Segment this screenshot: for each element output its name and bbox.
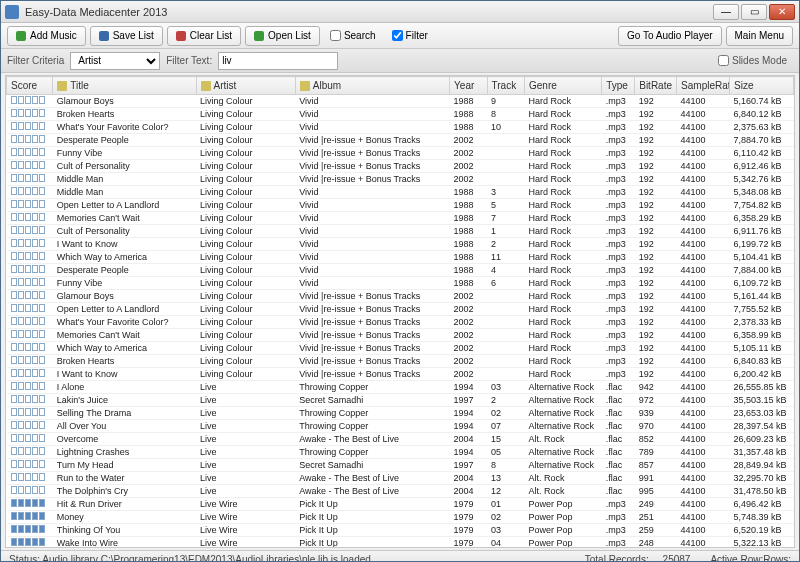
save-list-button[interactable]: Save List xyxy=(90,26,163,46)
filter-checkbox[interactable]: Filter xyxy=(392,30,428,41)
table-row[interactable]: Desperate PeopleLiving ColourVivid |re-i… xyxy=(7,134,794,147)
table-row[interactable]: Cult of PersonalityLiving ColourVivid198… xyxy=(7,225,794,238)
col-bitrate[interactable]: BitRate xyxy=(635,77,677,95)
col-artist[interactable]: Artist xyxy=(196,77,295,95)
filter-text-label: Filter Text: xyxy=(166,55,212,66)
add-music-button[interactable]: Add Music xyxy=(7,26,86,46)
col-year[interactable]: Year xyxy=(450,77,487,95)
table-row[interactable]: Lakin's JuiceLiveSecret Samadhi19972Alte… xyxy=(7,394,794,407)
table-row[interactable]: Hit & Run DriverLive WirePick It Up19790… xyxy=(7,498,794,511)
table-row[interactable]: I Want to KnowLiving ColourVivid19882Har… xyxy=(7,238,794,251)
table-row[interactable]: Lightning CrashesLiveThrowing Copper1994… xyxy=(7,446,794,459)
filter-text-input[interactable] xyxy=(218,52,338,70)
table-row[interactable]: I Want to KnowLiving ColourVivid |re-iss… xyxy=(7,368,794,381)
table-row[interactable]: The Dolphin's CryLiveAwake - The Best of… xyxy=(7,485,794,498)
close-button[interactable]: ✕ xyxy=(769,4,795,20)
goto-audio-player-button[interactable]: Go To Audio Player xyxy=(618,26,721,46)
app-icon xyxy=(5,5,19,19)
table-row[interactable]: Funny VibeLiving ColourVivid |re-issue +… xyxy=(7,147,794,160)
filter-criteria-select[interactable]: Artist xyxy=(70,52,160,70)
table-row[interactable]: Glamour BoysLiving ColourVivid19889Hard … xyxy=(7,95,794,108)
main-menu-button[interactable]: Main Menu xyxy=(726,26,793,46)
table-row[interactable]: Run to the WaterLiveAwake - The Best of … xyxy=(7,472,794,485)
filter-bar: Filter Criteria Artist Filter Text: Slid… xyxy=(1,49,799,73)
col-genre[interactable]: Genre xyxy=(525,77,602,95)
filter-criteria-label: Filter Criteria xyxy=(7,55,64,66)
status-bar: Status: Audio library C:\Programering13\… xyxy=(1,550,799,562)
table-row[interactable]: Selling The DramaLiveThrowing Copper1994… xyxy=(7,407,794,420)
table-row[interactable]: Middle ManLiving ColourVivid |re-issue +… xyxy=(7,173,794,186)
toolbar: Add Music Save List Clear List Open List… xyxy=(1,23,799,49)
open-icon xyxy=(254,31,264,41)
clear-list-button[interactable]: Clear List xyxy=(167,26,241,46)
table-row[interactable]: Open Letter to A LandlordLiving ColourVi… xyxy=(7,199,794,212)
data-grid[interactable]: ScoreTitleArtistAlbumYearTrackGenreTypeB… xyxy=(5,75,795,548)
table-row[interactable]: All Over YouLiveThrowing Copper199407Alt… xyxy=(7,420,794,433)
col-samplerate[interactable]: SampleRate xyxy=(677,77,730,95)
col-type[interactable]: Type xyxy=(602,77,635,95)
maximize-button[interactable]: ▭ xyxy=(741,4,767,20)
minimize-button[interactable]: — xyxy=(713,4,739,20)
open-list-button[interactable]: Open List xyxy=(245,26,320,46)
col-title[interactable]: Title xyxy=(53,77,196,95)
col-score[interactable]: Score xyxy=(7,77,53,95)
table-row[interactable]: Which Way to AmericaLiving ColourVivid |… xyxy=(7,342,794,355)
search-checkbox[interactable]: Search xyxy=(330,30,376,41)
table-row[interactable]: Memories Can't WaitLiving ColourVivid |r… xyxy=(7,329,794,342)
plus-icon xyxy=(16,31,26,41)
col-album[interactable]: Album xyxy=(295,77,449,95)
save-icon xyxy=(99,31,109,41)
table-row[interactable]: Turn My HeadLiveSecret Samadhi19978Alter… xyxy=(7,459,794,472)
table-row[interactable]: Desperate PeopleLiving ColourVivid19884H… xyxy=(7,264,794,277)
table-row[interactable]: Funny VibeLiving ColourVivid19886Hard Ro… xyxy=(7,277,794,290)
table-row[interactable]: MoneyLive WirePick It Up197902Power Pop.… xyxy=(7,511,794,524)
slides-mode-checkbox[interactable]: Slides Mode xyxy=(718,55,787,66)
table-row[interactable]: What's Your Favorite Color?Living Colour… xyxy=(7,121,794,134)
table-row[interactable]: Middle ManLiving ColourVivid19883Hard Ro… xyxy=(7,186,794,199)
table-row[interactable]: What's Your Favorite Color?Living Colour… xyxy=(7,316,794,329)
titlebar: Easy-Data Mediacenter 2013 — ▭ ✕ xyxy=(1,1,799,23)
table-row[interactable]: Cult of PersonalityLiving ColourVivid |r… xyxy=(7,160,794,173)
table-row[interactable]: Glamour BoysLiving ColourVivid |re-issue… xyxy=(7,290,794,303)
col-track[interactable]: Track xyxy=(487,77,524,95)
table-row[interactable]: I AloneLiveThrowing Copper199403Alternat… xyxy=(7,381,794,394)
status-text: Status: Audio library C:\Programering13\… xyxy=(9,554,371,563)
table-row[interactable]: Thinking Of YouLive WirePick It Up197903… xyxy=(7,524,794,537)
table-row[interactable]: OvercomeLiveAwake - The Best of Live2004… xyxy=(7,433,794,446)
table-row[interactable]: Open Letter to A LandlordLiving ColourVi… xyxy=(7,303,794,316)
table-row[interactable]: Wake Into WireLive WirePick It Up197904P… xyxy=(7,537,794,549)
window-title: Easy-Data Mediacenter 2013 xyxy=(25,6,711,18)
table-row[interactable]: Memories Can't WaitLiving ColourVivid198… xyxy=(7,212,794,225)
table-row[interactable]: Broken HeartsLiving ColourVivid19888Hard… xyxy=(7,108,794,121)
table-row[interactable]: Which Way to AmericaLiving ColourVivid19… xyxy=(7,251,794,264)
table-row[interactable]: Broken HeartsLiving ColourVivid |re-issu… xyxy=(7,355,794,368)
x-icon xyxy=(176,31,186,41)
col-size[interactable]: Size xyxy=(730,77,794,95)
